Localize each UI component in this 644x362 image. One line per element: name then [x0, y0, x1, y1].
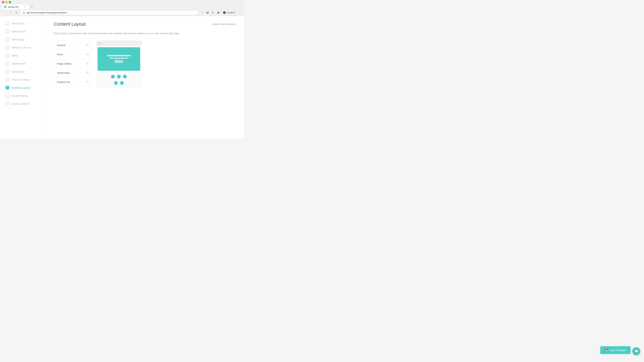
preview-circle-2 [117, 75, 121, 78]
page-container: ○ Portal Type ○ Appearance ○ Messaging ○… [0, 16, 244, 139]
testimonials-icon: ○ [5, 61, 10, 65]
item-label-perks: Perks [57, 53, 63, 56]
incognito-icon: 👤 [223, 11, 226, 14]
preview-dot-2 [100, 42, 102, 44]
main-content: Content Layout Careers Site Preview ↗ Dr… [47, 16, 244, 139]
item-label-image-gallery: Image Gallery [57, 62, 72, 65]
page-header: Content Layout Careers Site Preview ↗ [54, 21, 238, 27]
sidebar-item-custom-css-js[interactable]: ○ Custom CSS/JS [1, 100, 46, 107]
active-tab[interactable]: B Breezy HR ✕ [2, 4, 29, 9]
tab-bar: B Breezy HR ✕ + [0, 4, 244, 9]
close-window-button[interactable] [2, 1, 4, 3]
visibility-icon-positions-list[interactable] [86, 80, 89, 84]
preview-panel [96, 40, 142, 87]
visibility-icon-perks[interactable] [86, 53, 89, 56]
sidebar-item-perks[interactable]: ○ Perks [1, 52, 46, 59]
messaging-icon: ○ [5, 37, 10, 41]
bookmark-button[interactable]: ☆ [200, 10, 204, 15]
sidebar-label-social-sharing: Social Sharing [12, 94, 28, 97]
list-item-perks[interactable]: Perks [54, 50, 92, 59]
nav-actions: ☆ 🧩 ⬇ ▣ 👤 Incognito ⋮ [200, 10, 242, 15]
sidebar-label-employees: Employees [12, 70, 24, 73]
sidebar-item-testimonials[interactable]: ○ Testimonials [1, 60, 46, 67]
sidebar-label-perks: Perks [12, 54, 18, 57]
portal-type-icon: ○ [5, 21, 10, 25]
content-layout-icon: ≡ [5, 86, 10, 90]
page-description: Drag & drop to change the order of conte… [54, 31, 238, 35]
forward-button[interactable]: → [8, 10, 13, 15]
preview-hero-button [115, 60, 123, 63]
list-item-positions-list[interactable]: Positions list [54, 78, 92, 87]
sidebar-label-custom-css-js: Custom CSS/JS [12, 102, 30, 105]
custom-css-js-icon: ○ [5, 102, 10, 106]
new-tab-button[interactable]: + [30, 4, 34, 9]
item-label-general: General [57, 44, 65, 46]
sidebar-label-website-social: Website & Social [12, 46, 31, 49]
browser-chrome: B Breezy HR ✕ + ← → ↻ 🔒 ☆ 🧩 ⬇ ▣ 👤 Incogn… [0, 0, 244, 16]
external-link-icon: ↗ [236, 23, 238, 25]
sidebar: ○ Portal Type ○ Appearance ○ Messaging ○… [0, 16, 47, 139]
tab-favicon: B [4, 5, 6, 8]
sidebar-item-employees[interactable]: ○ Employees [1, 68, 46, 75]
tab-title: Breezy HR [8, 6, 18, 8]
list-item-image-gallery[interactable]: Image Gallery [54, 59, 92, 68]
menu-button[interactable]: ⋮ [238, 10, 242, 15]
list-item-general[interactable]: General [54, 41, 92, 50]
maximize-window-button[interactable] [9, 1, 11, 3]
visibility-icon-image-gallery[interactable] [86, 62, 89, 65]
sidebar-item-photos-videos[interactable]: ○ Photos & Videos [1, 76, 46, 83]
photos-videos-icon: ○ [5, 78, 10, 82]
reload-button[interactable]: ↻ [14, 10, 19, 15]
sidebar-label-portal-type: Portal Type [12, 22, 24, 25]
address-bar[interactable]: 🔒 [20, 10, 198, 15]
sidebar-item-social-sharing[interactable]: ○ Social Sharing [1, 92, 46, 99]
browser-titlebar [0, 0, 244, 4]
back-button[interactable]: ← [2, 10, 7, 15]
nav-bar: ← → ↻ 🔒 ☆ 🧩 ⬇ ▣ 👤 Incognito ⋮ [0, 9, 244, 16]
social-sharing-icon: ○ [5, 94, 10, 98]
preview-dot-1 [98, 42, 100, 44]
sidebar-label-messaging: Messaging [12, 38, 24, 41]
split-view-button[interactable]: ▣ [216, 10, 220, 15]
download-button[interactable]: ⬇ [210, 10, 215, 15]
list-item-testimonials[interactable]: Testimonials [54, 68, 92, 78]
preview-circle-3 [123, 75, 127, 78]
preview-link-label: Careers Site Preview [212, 23, 234, 25]
item-label-positions-list: Positions list [57, 81, 70, 83]
preview-hero-line-1 [107, 55, 131, 56]
sidebar-item-portal-type[interactable]: ○ Portal Type [1, 19, 46, 27]
incognito-label: Incognito [227, 11, 235, 14]
incognito-button[interactable]: 👤 Incognito [221, 10, 237, 15]
preview-top-bar [96, 40, 142, 46]
sidebar-item-content-layout[interactable]: ≡ Content Layout [1, 84, 46, 91]
tab-close-button[interactable]: ✕ [24, 5, 26, 8]
sidebar-item-messaging[interactable]: ○ Messaging [1, 36, 46, 43]
sidebar-item-website-social[interactable]: ○ Website & Social [1, 44, 46, 51]
preview-circle-4 [114, 81, 118, 85]
visibility-icon-testimonials[interactable] [86, 71, 89, 75]
layout-area: General Perks [54, 40, 238, 87]
preview-circle-5 [120, 81, 124, 85]
careers-site-preview-link[interactable]: Careers Site Preview ↗ [212, 23, 238, 25]
preview-hero-section [98, 47, 140, 71]
employees-icon: ○ [5, 69, 10, 73]
visibility-icon-general[interactable] [86, 43, 89, 47]
sidebar-label-content-layout: Content Layout [12, 86, 30, 89]
sidebar-label-appearance: Appearance [12, 30, 25, 33]
extensions-button[interactable]: 🧩 [205, 10, 210, 15]
preview-circle-1 [111, 75, 115, 78]
lock-icon: 🔒 [23, 11, 25, 14]
url-input[interactable] [26, 11, 196, 14]
preview-dots-row-1 [111, 75, 127, 78]
sidebar-label-photos-videos: Photos & Videos [12, 78, 30, 81]
preview-hero-line-2 [110, 58, 128, 59]
appearance-icon: ○ [5, 29, 10, 33]
window-controls [2, 1, 11, 3]
minimize-window-button[interactable] [5, 1, 8, 3]
item-label-testimonials: Testimonials [57, 71, 70, 74]
website-social-icon: ○ [5, 45, 10, 49]
perks-icon: ○ [5, 53, 10, 57]
sidebar-item-appearance[interactable]: ○ Appearance [1, 28, 46, 35]
page-title: Content Layout [54, 21, 86, 27]
preview-dots-row-2 [114, 80, 124, 85]
